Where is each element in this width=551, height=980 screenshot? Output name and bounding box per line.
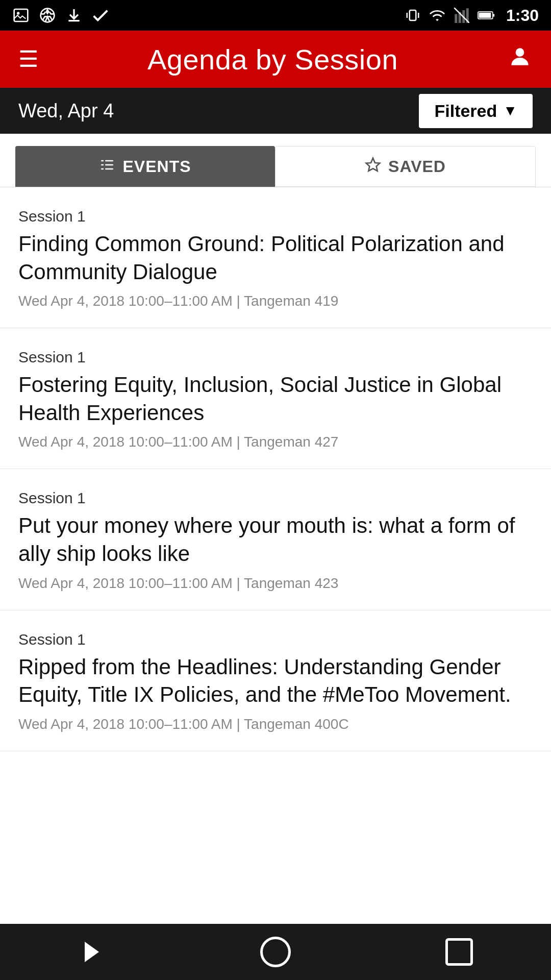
session-title: Fostering Equity, Inclusion, Social Just… bbox=[18, 371, 533, 427]
app-bar: ☰ Agenda by Session bbox=[0, 31, 551, 88]
svg-rect-18 bbox=[105, 168, 113, 169]
chevron-down-icon: ▼ bbox=[503, 103, 517, 119]
profile-icon[interactable] bbox=[507, 44, 533, 75]
date-label: Wed, Apr 4 bbox=[18, 100, 114, 122]
session-number: Session 1 bbox=[18, 349, 533, 366]
filter-button[interactable]: Filtered ▼ bbox=[419, 94, 533, 128]
bottom-nav bbox=[0, 924, 551, 980]
back-button[interactable] bbox=[74, 934, 110, 970]
signal-icon bbox=[453, 7, 470, 24]
svg-point-1 bbox=[17, 12, 19, 14]
session-number: Session 1 bbox=[18, 208, 533, 225]
svg-marker-19 bbox=[366, 158, 380, 170]
tab-saved[interactable]: SAVED bbox=[275, 146, 536, 187]
list-icon bbox=[99, 157, 115, 177]
session-item[interactable]: Session 1 Finding Common Ground: Politic… bbox=[0, 187, 551, 328]
svg-rect-15 bbox=[101, 164, 104, 165]
svg-rect-14 bbox=[105, 160, 113, 161]
status-time: 1:30 bbox=[506, 6, 539, 25]
svg-rect-16 bbox=[105, 164, 113, 165]
app-bar-title: Agenda by Session bbox=[147, 43, 398, 76]
menu-icon[interactable]: ☰ bbox=[18, 48, 38, 70]
svg-rect-13 bbox=[101, 160, 104, 161]
filter-button-label: Filtered bbox=[434, 101, 497, 121]
session-meta: Wed Apr 4, 2018 10:00–11:00 AM | Tangema… bbox=[18, 575, 533, 592]
star-icon bbox=[365, 157, 381, 177]
status-bar: 1:30 bbox=[0, 0, 551, 31]
session-number: Session 1 bbox=[18, 631, 533, 648]
soccer-icon bbox=[39, 7, 56, 24]
session-title: Finding Common Ground: Political Polariz… bbox=[18, 230, 533, 286]
wifi-icon bbox=[429, 7, 446, 24]
session-title: Put your money where your mouth is: what… bbox=[18, 512, 533, 568]
status-icons-right: 1:30 bbox=[404, 6, 539, 25]
session-list: Session 1 Finding Common Ground: Politic… bbox=[0, 187, 551, 751]
session-meta: Wed Apr 4, 2018 10:00–11:00 AM | Tangema… bbox=[18, 293, 533, 309]
svg-rect-10 bbox=[493, 14, 494, 16]
recent-apps-button[interactable] bbox=[441, 934, 477, 970]
session-meta: Wed Apr 4, 2018 10:00–11:00 AM | Tangema… bbox=[18, 434, 533, 450]
status-icons-left bbox=[12, 7, 109, 24]
svg-rect-17 bbox=[101, 168, 104, 169]
session-number: Session 1 bbox=[18, 489, 533, 507]
tab-events[interactable]: EVENTS bbox=[15, 146, 275, 187]
tab-saved-label: SAVED bbox=[388, 157, 446, 176]
svg-rect-0 bbox=[14, 9, 28, 21]
session-item[interactable]: Session 1 Put your money where your mout… bbox=[0, 469, 551, 610]
image-icon bbox=[12, 7, 30, 24]
svg-rect-4 bbox=[455, 14, 457, 23]
date-filter-bar: Wed, Apr 4 Filtered ▼ bbox=[0, 88, 551, 134]
home-button[interactable] bbox=[258, 934, 293, 970]
svg-point-12 bbox=[516, 48, 524, 57]
vibrate-icon bbox=[404, 7, 421, 24]
svg-rect-3 bbox=[410, 10, 416, 20]
session-item[interactable]: Session 1 Fostering Equity, Inclusion, S… bbox=[0, 328, 551, 469]
download-icon bbox=[65, 7, 83, 24]
battery-icon bbox=[478, 7, 495, 24]
session-meta: Wed Apr 4, 2018 10:00–11:00 AM | Tangema… bbox=[18, 716, 533, 732]
session-title: Ripped from the Headlines: Understanding… bbox=[18, 653, 533, 709]
session-item[interactable]: Session 1 Ripped from the Headlines: Und… bbox=[0, 610, 551, 751]
svg-rect-11 bbox=[479, 13, 491, 18]
tabs-container: EVENTS SAVED bbox=[0, 134, 551, 187]
check-icon bbox=[92, 7, 109, 24]
tab-events-label: EVENTS bbox=[122, 157, 191, 176]
